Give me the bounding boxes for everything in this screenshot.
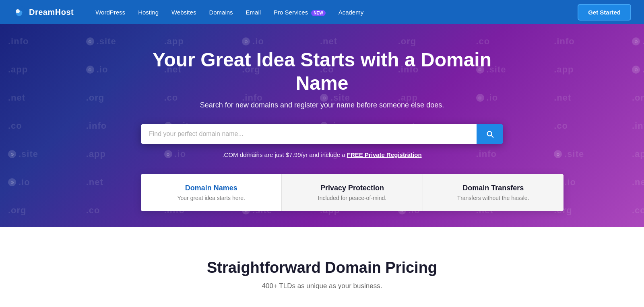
pricing-subtitle: 400+ TLDs as unique as your business. [8,282,636,290]
bg-tld-item: ⊙.io [8,177,30,187]
bg-tld-item: ⊙.site [86,36,116,47]
bg-tld-item: .app [554,64,574,75]
bg-tld-item: .co [554,121,568,131]
tab-domain-names[interactable]: Domain Names Your great idea starts here… [141,174,282,211]
domain-search-bar [141,124,503,144]
nav-item-email[interactable]: Email [240,6,267,19]
bg-tld-item: .co [8,121,22,131]
nav-item-websites[interactable]: Websites [166,6,202,19]
navbar: DreamHost WordPress Hosting Websites Dom… [0,0,644,24]
bg-tld-item: ⊙.io [242,36,264,47]
tab-privacy-protection[interactable]: Privacy Protection Included for peace-of… [282,174,423,211]
tld-dot-icon: ⊙ [554,150,562,158]
tld-dot-icon: ⊙ [86,37,94,45]
bg-tld-item: .net [632,177,644,187]
bg-tld-item: .app [632,149,644,159]
bg-tld-item: .info [632,121,644,131]
bg-tld-item: .org [632,93,644,103]
svg-point-1 [16,9,20,13]
search-button[interactable] [477,124,503,144]
bg-tld-item: .org [8,205,27,216]
nav-item-hosting[interactable]: Hosting [132,6,164,19]
tld-dot-icon: ⊙ [632,37,640,45]
bg-tld-item: ⊙.site [632,36,644,47]
bg-tld-item: .app [86,149,106,159]
nav-item-pro-services[interactable]: Pro Services New [268,6,331,19]
bg-tld-item: .info [8,36,29,47]
bg-tld-item: .co [86,205,100,216]
bg-tld-item: .app [164,36,184,47]
bg-tld-item: .net [8,93,25,103]
bg-tld-item: .net [554,93,571,103]
bg-tld-item: .app [8,64,28,75]
tld-dot-icon: ⊙ [86,66,94,74]
domain-search-input[interactable] [141,124,477,144]
search-icon [485,130,494,138]
bg-tld-item: ⊙.io [632,64,644,75]
get-started-button[interactable]: Get Started [578,4,631,21]
bg-tld-item: ⊙.site [8,149,38,159]
hero-content: Your Great Idea Starts with a Domain Nam… [141,48,503,211]
tld-dot-icon: ⊙ [632,66,640,74]
bg-tld-item: ⊙.site [554,149,584,159]
tab-domain-transfers-desc: Transfers without the hassle. [431,195,555,201]
feature-tabs: Domain Names Your great idea starts here… [141,174,564,211]
tab-privacy-protection-title: Privacy Protection [290,184,414,192]
bg-tld-item: .net [86,177,103,187]
bg-tld-item: .co [476,36,490,47]
tab-domain-names-desc: Your great idea starts here. [149,195,273,201]
tld-dot-icon: ⊙ [8,178,16,186]
tab-privacy-protection-desc: Included for peace-of-mind. [290,195,414,201]
bg-tld-item: .info [86,121,107,131]
bg-tld-item: .org [86,93,105,103]
bg-tld-item: ⊙.io [86,64,108,75]
bg-tld-item: .info [554,36,574,47]
nav-item-academy[interactable]: Academy [333,6,369,19]
nav-item-domains[interactable]: Domains [203,6,238,19]
pro-services-badge: New [311,10,325,16]
tld-dot-icon: ⊙ [242,37,250,45]
nav-item-wordpress[interactable]: WordPress [90,6,131,19]
bg-tld-item: .net [320,36,337,47]
logo-link[interactable]: DreamHost [13,6,74,19]
bg-tld-item: .co [632,205,644,216]
logo-text: DreamHost [29,8,74,17]
tab-domain-transfers-title: Domain Transfers [431,184,555,192]
hero-subtitle: Search for new domains and register your… [141,101,503,109]
tab-domain-transfers[interactable]: Domain Transfers Transfers without the h… [423,174,564,211]
bg-tld-item: .org [398,36,417,47]
nav-menu: WordPress Hosting Websites Domains Email… [90,6,578,19]
hero-title: Your Great Idea Starts with a Domain Nam… [141,48,503,95]
dreamhost-logo-icon [13,6,26,19]
tab-domain-names-title: Domain Names [149,184,273,192]
free-registration-link[interactable]: FREE Private Registration [347,151,422,158]
hero-section: .info⊙.site.app⊙.io.net.org.co.info⊙.sit… [0,24,644,227]
pricing-title: Straightforward Domain Pricing [8,259,636,276]
tld-dot-icon: ⊙ [8,150,16,158]
pricing-section: Straightforward Domain Pricing 400+ TLDs… [0,227,644,306]
hero-note: .COM domains are just $7.99/yr and inclu… [141,151,503,158]
